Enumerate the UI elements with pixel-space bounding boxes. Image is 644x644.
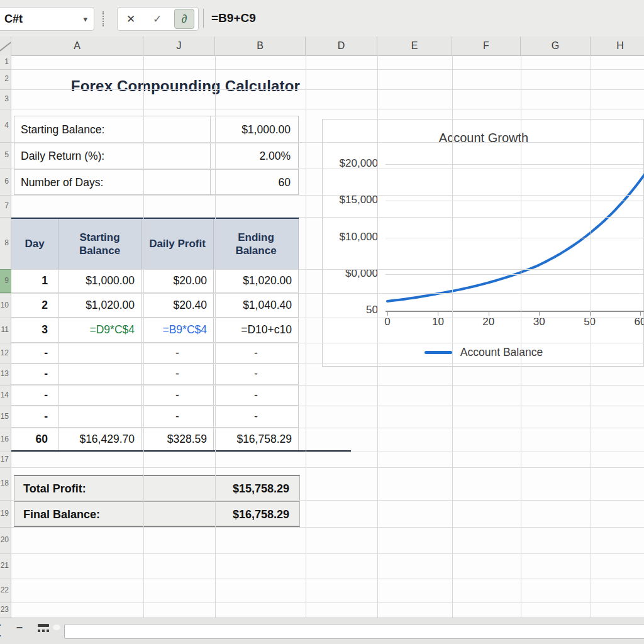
formula-input[interactable]: =B9+C9 xyxy=(211,0,256,36)
table-cell[interactable]: 2 xyxy=(11,293,58,318)
sheet-title-cell[interactable]: Forex Compounding Calculator xyxy=(25,70,346,102)
table-cell[interactable]: - xyxy=(214,385,299,406)
row-separator xyxy=(0,500,11,501)
table-cell[interactable]: - xyxy=(214,364,299,385)
table-cell[interactable]: =D10+c10 xyxy=(214,318,299,343)
table-cell[interactable]: $1,000.00 xyxy=(58,269,142,293)
table-cell[interactable]: - xyxy=(11,406,58,428)
total-value[interactable]: $16,758.29 xyxy=(233,508,299,521)
table-header-daily-profit[interactable]: Daily Profit xyxy=(142,219,214,269)
input-value[interactable]: 2.00% xyxy=(203,150,298,163)
row-header-20[interactable]: 20 xyxy=(0,535,9,544)
table-cell[interactable]: - xyxy=(11,364,58,385)
row-header-17[interactable]: 17 xyxy=(0,455,9,464)
row-header-10[interactable]: 10 xyxy=(0,301,9,309)
table-cell[interactable]: - xyxy=(214,406,299,428)
table-cell[interactable]: - xyxy=(11,385,58,406)
enter-icon[interactable]: ✓ xyxy=(148,9,167,28)
row-header-4[interactable]: 4 xyxy=(0,121,9,130)
row-header-5[interactable]: 5 xyxy=(0,150,9,159)
column-header-D[interactable]: D xyxy=(306,36,377,55)
table-cell[interactable]: $16,429.70 xyxy=(58,428,142,452)
legend-line-swatch xyxy=(425,351,452,354)
row-separator xyxy=(0,169,11,169)
horizontal-scrollbar[interactable] xyxy=(64,624,644,639)
row-separator xyxy=(0,318,11,318)
row-header-3[interactable]: 3 xyxy=(0,94,9,103)
sheet-tab-partial[interactable]: [ xyxy=(0,622,1,637)
table-cell[interactable]: - xyxy=(142,364,214,385)
chevron-down-icon[interactable]: ▾ xyxy=(83,14,94,24)
input-value[interactable]: 60 xyxy=(203,176,298,189)
table-cell[interactable]: - xyxy=(142,385,214,406)
table-cell[interactable] xyxy=(58,385,142,406)
column-header-E[interactable]: E xyxy=(377,36,452,55)
row-header-11[interactable]: 11 xyxy=(0,325,9,334)
select-all-corner[interactable] xyxy=(0,36,11,55)
row-header-19[interactable]: 19 xyxy=(0,509,9,518)
table-cell[interactable]: $1,040.40 xyxy=(214,293,299,318)
row-header-15[interactable]: 15 xyxy=(0,412,9,421)
row-header-14[interactable]: 14 xyxy=(0,391,9,399)
gridline-vertical xyxy=(143,55,144,618)
table-cell[interactable]: - xyxy=(11,343,58,364)
row-header-8[interactable]: 8 xyxy=(0,238,9,247)
row-header-23[interactable]: 23 xyxy=(0,605,9,614)
name-box[interactable]: C#t ▾ xyxy=(0,7,94,31)
account-growth-chart[interactable]: Account Growth Account Balance $20,000$1… xyxy=(322,119,644,367)
column-header-H[interactable]: H xyxy=(591,36,644,55)
table-cell[interactable]: - xyxy=(214,343,299,364)
table-cell[interactable] xyxy=(58,364,142,385)
spreadsheet-app: C#t ▾ ✕ ✓ ∂ =B9+C9 AJBDEFGH 123456789101… xyxy=(0,0,644,644)
table-cell[interactable]: - xyxy=(142,406,214,428)
row-separator xyxy=(14,143,298,143)
row-header-22[interactable]: 22 xyxy=(0,586,9,594)
input-label[interactable]: Starting Balance: xyxy=(14,123,203,136)
table-cell[interactable]: 3 xyxy=(11,318,58,343)
table-header-starting-balance[interactable]: Starting Balance xyxy=(58,219,142,269)
table-cell[interactable]: - xyxy=(142,343,214,364)
column-header-F[interactable]: F xyxy=(452,36,521,55)
column-header-G[interactable]: G xyxy=(521,36,591,55)
table-cell[interactable]: $1,020.00 xyxy=(58,293,142,318)
table-cell[interactable]: 1 xyxy=(11,269,58,293)
row-header-7[interactable]: 7 xyxy=(0,201,9,210)
row-header-18[interactable]: 18 xyxy=(0,479,9,487)
cancel-icon[interactable]: ✕ xyxy=(121,9,140,28)
table-cell[interactable] xyxy=(58,343,142,364)
total-value[interactable]: $15,758.29 xyxy=(233,482,299,496)
chart-gridline xyxy=(386,201,644,201)
row-header-13[interactable]: 13 xyxy=(0,369,9,378)
column-header-A[interactable]: A xyxy=(11,36,143,55)
row-header-21[interactable]: 21 xyxy=(0,561,9,570)
table-header-day[interactable]: Day xyxy=(11,219,58,269)
column-header-J[interactable]: J xyxy=(143,36,215,55)
table-cell[interactable]: $16,758.29 xyxy=(214,428,299,452)
row-header-12[interactable]: 12 xyxy=(0,348,9,357)
input-label[interactable]: Number of Days: xyxy=(14,176,203,189)
row-header-6[interactable]: 6 xyxy=(0,177,9,186)
total-label[interactable]: Final Balance: xyxy=(14,508,233,521)
table-cell[interactable]: =B9*C$4 xyxy=(142,318,214,343)
row-header-16[interactable]: 16 xyxy=(0,435,9,443)
table-cell[interactable]: =D9*C$4 xyxy=(58,318,142,343)
input-label[interactable]: Daily Return (%): xyxy=(14,150,203,163)
table-cell[interactable]: 60 xyxy=(11,428,58,452)
row-header-2[interactable]: 2 xyxy=(0,74,9,83)
separator xyxy=(103,11,104,26)
total-label[interactable]: Total Profit: xyxy=(14,482,233,496)
input-value[interactable]: $1,000.00 xyxy=(203,123,298,136)
row-header-9[interactable]: 9 xyxy=(0,276,9,285)
table-cell[interactable] xyxy=(58,406,142,428)
column-header-B[interactable]: B xyxy=(215,36,306,55)
table-cell[interactable]: $20.00 xyxy=(142,269,214,293)
insert-function-icon[interactable]: ∂ xyxy=(174,9,194,29)
sheet-grid-icon[interactable] xyxy=(36,624,50,634)
table-cell[interactable]: $328.59 xyxy=(142,428,214,452)
table-cell[interactable]: $20.40 xyxy=(142,293,214,318)
table-header-ending-balance[interactable]: Ending Balance xyxy=(214,219,299,269)
table-cell[interactable]: $1,020.00 xyxy=(214,269,299,293)
minus-icon[interactable]: – xyxy=(16,621,23,634)
chart-gridline xyxy=(386,274,644,275)
row-header-1[interactable]: 1 xyxy=(0,57,9,66)
